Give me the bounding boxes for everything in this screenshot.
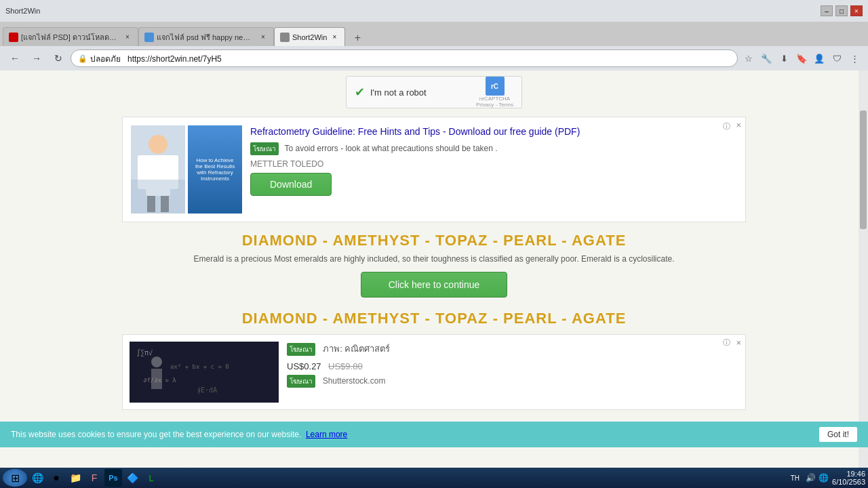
taskbar-filezilla-icon[interactable]: F <box>85 469 103 487</box>
nav-actions: ☆ 🔧 ⬇ 🔖 👤 🛡 ⋮ <box>741 50 863 66</box>
ad2-source: โฆษณา Shutterstock.com <box>287 375 738 388</box>
recaptcha-area: ✔ I'm not a robot rC reCAPTCHA Privacy -… <box>0 70 868 117</box>
tab-1[interactable]: [แจกไฟล์ PSD] ดาวน์โหลดฟรีใหม่สำ... × <box>3 27 138 46</box>
taskbar-ps-icon[interactable]: Ps <box>104 469 122 487</box>
ad2-image: ∫∑π√ ax² + bx + c = 0 ∂f/∂x = λ ∮E·dA <box>130 342 279 403</box>
window-controls: – □ × <box>821 5 863 16</box>
lock-icon: 🔒 <box>78 54 87 63</box>
star-button[interactable]: ☆ <box>741 50 757 66</box>
taskbar-right: TH 🔊 🌐 19:46 6/10/2563 <box>791 470 865 486</box>
svg-text:∫∑π√: ∫∑π√ <box>136 349 153 357</box>
download-button[interactable]: Download <box>250 173 332 196</box>
new-tab-button[interactable]: + <box>348 30 367 46</box>
recaptcha-logo: rC reCAPTCHA Privacy - Terms <box>476 77 513 108</box>
extension-4[interactable]: 👤 <box>811 50 827 66</box>
tab-label-2: แจกไฟล์ psd ฟรี happy new year b... <box>157 31 256 43</box>
scrollbar-thumb[interactable] <box>860 110 867 230</box>
ad2-badge: โฆษณา <box>287 343 315 356</box>
extension-5[interactable]: 🛡 <box>829 50 845 66</box>
ad2-title: โฆษณา ภาพ: คณิตศาสตร์ <box>287 342 738 356</box>
check-mark-icon: ✔ <box>355 85 365 100</box>
recaptcha-label: I'm not a robot <box>370 87 427 98</box>
taskbar-lang: TH <box>791 474 800 482</box>
recaptcha-box: ✔ I'm not a robot rC reCAPTCHA Privacy -… <box>346 76 522 108</box>
tab-close-2[interactable]: × <box>258 33 268 42</box>
start-button[interactable]: ⊞ <box>3 469 27 487</box>
ad2-close-button[interactable]: × <box>736 338 741 348</box>
cookie-learn-more-link[interactable]: Learn more <box>306 430 347 439</box>
recaptcha-privacy: Privacy - Terms <box>476 102 513 108</box>
scrollbar[interactable] <box>859 70 868 468</box>
ad-block-2: ⓘ × ∫∑π√ ax² + bx + c = 0 ∂f/∂x = λ ∮E·d… <box>122 334 746 410</box>
svg-rect-7 <box>131 180 185 214</box>
tab-bar: [แจกไฟล์ PSD] ดาวน์โหลดฟรีใหม่สำ... × แจ… <box>0 22 868 46</box>
extension-3[interactable]: 🔖 <box>793 50 810 66</box>
taskbar-ie-icon[interactable]: 🌐 <box>28 469 46 487</box>
address-bar[interactable]: 🔒 ปลอดภัย https://short2win.net/7yH5 <box>71 49 738 67</box>
menu-button[interactable]: ⋮ <box>846 50 863 66</box>
taskbar: ⊞ 🌐 ● 📁 F Ps 🔷 L TH 🔊 🌐 19:46 6/10/2563 <box>0 468 868 488</box>
close-button[interactable]: × <box>850 5 863 16</box>
recaptcha-text: reCAPTCHA <box>479 96 510 102</box>
ad-content-1: Refractometry Guideline: Free Hints and … <box>250 125 737 214</box>
main-heading-1: DIAMOND - AMETHYST - TOPAZ - PEARL - AGA… <box>0 222 868 253</box>
ad2-info-icon: ⓘ <box>723 338 730 348</box>
extension-2[interactable]: ⬇ <box>776 50 792 66</box>
volume-icon[interactable]: 🔊 <box>805 473 816 483</box>
url-text: https://short2win.net/7yH5 <box>127 54 222 64</box>
page-content: ✔ I'm not a robot rC reCAPTCHA Privacy -… <box>0 70 868 468</box>
ad-close-button[interactable]: × <box>736 120 741 130</box>
ad2-source-badge: โฆษณา <box>287 375 315 388</box>
tab-3[interactable]: Short2Win × <box>274 27 345 46</box>
taskbar-line-icon[interactable]: L <box>142 469 160 487</box>
taskbar-left: ⊞ 🌐 ● 📁 F Ps 🔷 L <box>3 469 160 487</box>
taskbar-folder-icon[interactable]: 📁 <box>66 469 84 487</box>
forward-button[interactable]: → <box>27 49 46 67</box>
svg-point-1 <box>149 135 167 154</box>
back-button[interactable]: ← <box>5 49 24 67</box>
tab-label-1: [แจกไฟล์ PSD] ดาวน์โหลดฟรีใหม่สำ... <box>21 31 120 43</box>
continue-button[interactable]: Click here to continue <box>361 272 508 298</box>
svg-rect-14 <box>151 369 162 389</box>
got-it-button[interactable]: Got it! <box>819 427 857 442</box>
description-text: Emerald is a precious Most emeralds are … <box>0 253 868 272</box>
recaptcha-logo-img: rC <box>486 77 505 96</box>
ad-title-1: Refractometry Guideline: Free Hints and … <box>250 125 737 138</box>
cookie-text: This website uses cookies to ensure you … <box>11 430 347 439</box>
title-bar: Short2Win – □ × <box>0 0 868 22</box>
ad-person-image <box>131 125 185 214</box>
network-icon[interactable]: 🌐 <box>818 473 829 483</box>
ad2-price-new: US$0.27 <box>287 361 321 371</box>
taskbar-time: 19:46 6/10/2563 <box>832 470 865 486</box>
ad2-price-old: US$9.80 <box>328 361 363 371</box>
recaptcha-check: ✔ I'm not a robot <box>355 85 427 100</box>
ad-book-image: How to Achieve the Best Results with Ref… <box>188 125 242 214</box>
ad2-content: โฆษณา ภาพ: คณิตศาสตร์ US$0.27 US$9.80 โฆ… <box>287 342 738 403</box>
ad-images: How to Achieve the Best Results with Ref… <box>131 125 242 214</box>
refresh-button[interactable]: ↻ <box>49 49 68 67</box>
tab-favicon-3 <box>280 33 290 42</box>
tab-close-1[interactable]: × <box>123 33 132 42</box>
extension-1[interactable]: 🔧 <box>758 50 774 66</box>
lock-label: ปลอดภัย <box>90 54 121 64</box>
tab-2[interactable]: แจกไฟล์ psd ฟรี happy new year b... × <box>138 27 274 46</box>
cookie-bar: This website uses cookies to ensure you … <box>0 422 868 447</box>
svg-point-13 <box>151 357 162 367</box>
minimize-button[interactable]: – <box>821 5 833 16</box>
svg-text:ax² + bx + c = 0: ax² + bx + c = 0 <box>170 363 229 370</box>
browser-window: Short2Win – □ × [แจกไฟล์ PSD] ดาวน์โหลดฟ… <box>0 0 868 468</box>
ad-badge-1: โฆษณา <box>250 142 279 155</box>
ad-description-row: โฆษณา To avoid errors - look at what pre… <box>250 142 737 155</box>
taskbar-icon-5[interactable]: 🔷 <box>123 469 141 487</box>
address-text: ปลอดภัย https://short2win.net/7yH5 <box>90 52 730 65</box>
tab-close-3[interactable]: × <box>330 33 339 42</box>
taskbar-chrome-icon[interactable]: ● <box>47 469 65 487</box>
maximize-button[interactable]: □ <box>835 5 848 16</box>
nav-bar: ← → ↻ 🔒 ปลอดภัย https://short2win.net/7y… <box>0 46 868 70</box>
tab-favicon-2 <box>144 33 154 42</box>
ad-desc-1: To avoid errors - look at what precautio… <box>284 144 497 153</box>
svg-text:∮E·dA: ∮E·dA <box>197 386 217 394</box>
tab-favicon-1 <box>9 33 18 42</box>
ad-block-1: ⓘ × How to Ac <box>122 117 746 222</box>
main-heading-2: DIAMOND - AMETHYST - TOPAZ - PEARL - AGA… <box>0 307 868 334</box>
